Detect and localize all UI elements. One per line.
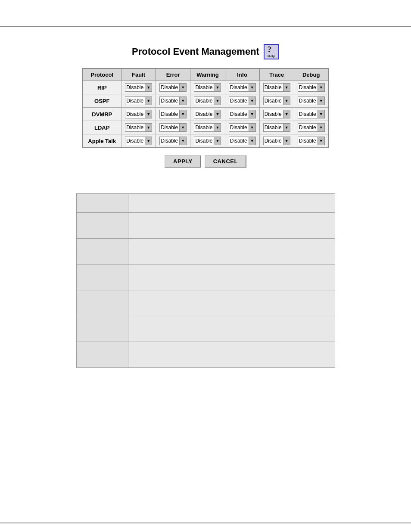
select-appletalk-error[interactable]: DisableEnable <box>160 137 179 144</box>
lower-table <box>76 193 335 368</box>
select-arrow-icon[interactable]: ▼ <box>179 97 186 105</box>
select-arrow-icon[interactable]: ▼ <box>283 84 290 91</box>
cell-rip-debug: DisableEnable▼ <box>294 81 329 94</box>
select-rip-trace[interactable]: DisableEnable <box>264 84 283 91</box>
select-wrap-ldap-warning: DisableEnable▼ <box>194 123 221 132</box>
select-appletalk-info[interactable]: DisableEnable <box>229 137 249 144</box>
select-arrow-icon[interactable]: ▼ <box>145 84 152 91</box>
select-arrow-icon[interactable]: ▼ <box>179 110 186 118</box>
select-dvmrp-trace[interactable]: DisableEnable <box>264 111 283 118</box>
cell-dvmrp-error: DisableEnable▼ <box>156 108 190 121</box>
select-wrap-ospf-error: DisableEnable▼ <box>159 96 187 105</box>
select-ospf-fault[interactable]: DisableEnable <box>125 97 145 104</box>
select-dvmrp-fault[interactable]: DisableEnable <box>125 111 145 118</box>
select-appletalk-warning[interactable]: DisableEnable <box>194 137 214 144</box>
select-wrap-appletalk-trace: DisableEnable▼ <box>263 137 290 145</box>
select-ldap-warning[interactable]: DisableEnable <box>194 124 214 131</box>
select-wrap-appletalk-info: DisableEnable▼ <box>229 137 256 145</box>
select-dvmrp-debug[interactable]: DisableEnable <box>298 111 318 118</box>
apply-button[interactable]: APPLY <box>165 155 201 168</box>
select-wrap-dvmrp-debug: DisableEnable▼ <box>298 110 325 118</box>
select-arrow-icon[interactable]: ▼ <box>318 84 324 91</box>
select-rip-fault[interactable]: DisableEnable <box>125 84 145 91</box>
select-arrow-icon[interactable]: ▼ <box>249 110 255 118</box>
cell-appletalk-error: DisableEnable▼ <box>156 134 190 148</box>
select-ospf-info[interactable]: DisableEnable <box>229 97 249 104</box>
select-arrow-icon[interactable]: ▼ <box>249 137 255 145</box>
select-rip-error[interactable]: DisableEnable <box>160 84 179 91</box>
select-ospf-trace[interactable]: DisableEnable <box>264 97 283 104</box>
select-ldap-info[interactable]: DisableEnable <box>229 124 249 131</box>
proto-name-ospf: OSPF <box>82 94 121 108</box>
select-arrow-icon[interactable]: ▼ <box>318 110 324 118</box>
select-ospf-debug[interactable]: DisableEnable <box>298 97 318 104</box>
cancel-button[interactable]: CANCEL <box>205 155 246 168</box>
cell-dvmrp-warning: DisableEnable▼ <box>190 108 225 121</box>
lower-table-right-cell-5 <box>128 316 335 342</box>
cell-ldap-debug: DisableEnable▼ <box>294 121 329 134</box>
select-ldap-fault[interactable]: DisableEnable <box>125 124 145 131</box>
select-wrap-rip-info: DisableEnable▼ <box>229 83 256 92</box>
select-arrow-icon[interactable]: ▼ <box>249 97 255 105</box>
select-arrow-icon[interactable]: ▼ <box>145 137 152 145</box>
cell-appletalk-warning: DisableEnable▼ <box>190 134 225 148</box>
lower-table-right-cell-2 <box>128 239 335 264</box>
cell-ospf-error: DisableEnable▼ <box>156 94 190 108</box>
lower-table-left-cell-6 <box>76 342 128 368</box>
select-appletalk-debug[interactable]: DisableEnable <box>298 137 318 144</box>
lower-table-left-cell-0 <box>76 194 128 213</box>
select-dvmrp-error[interactable]: DisableEnable <box>160 111 179 118</box>
select-arrow-icon[interactable]: ▼ <box>283 97 290 105</box>
select-ospf-error[interactable]: DisableEnable <box>160 97 179 104</box>
cell-dvmrp-info: DisableEnable▼ <box>225 108 259 121</box>
select-arrow-icon[interactable]: ▼ <box>318 137 324 145</box>
proto-name-dvmrp: DVMRP <box>82 108 121 121</box>
select-arrow-icon[interactable]: ▼ <box>214 124 221 131</box>
col-header-warning: Warning <box>190 68 225 81</box>
select-arrow-icon[interactable]: ▼ <box>179 137 186 145</box>
select-ldap-error[interactable]: DisableEnable <box>160 124 179 131</box>
select-rip-debug[interactable]: DisableEnable <box>298 84 318 91</box>
select-arrow-icon[interactable]: ▼ <box>249 124 255 131</box>
cell-ldap-error: DisableEnable▼ <box>156 121 190 134</box>
col-header-debug: Debug <box>294 68 329 81</box>
select-arrow-icon[interactable]: ▼ <box>318 97 324 105</box>
select-arrow-icon[interactable]: ▼ <box>318 124 324 131</box>
col-header-info: Info <box>225 68 259 81</box>
select-arrow-icon[interactable]: ▼ <box>145 124 152 131</box>
select-arrow-icon[interactable]: ▼ <box>214 137 221 145</box>
select-ldap-debug[interactable]: DisableEnable <box>298 124 318 131</box>
bottom-divider <box>0 523 411 523</box>
select-arrow-icon[interactable]: ▼ <box>145 97 152 105</box>
select-wrap-dvmrp-error: DisableEnable▼ <box>159 110 187 118</box>
select-arrow-icon[interactable]: ▼ <box>249 84 255 91</box>
cell-appletalk-trace: DisableEnable▼ <box>259 134 294 148</box>
cell-dvmrp-trace: DisableEnable▼ <box>259 108 294 121</box>
cell-ldap-warning: DisableEnable▼ <box>190 121 225 134</box>
col-header-error: Error <box>156 68 190 81</box>
select-arrow-icon[interactable]: ▼ <box>283 137 290 145</box>
select-arrow-icon[interactable]: ▼ <box>214 84 221 91</box>
select-arrow-icon[interactable]: ▼ <box>179 84 186 91</box>
help-button[interactable]: ? Help <box>264 44 279 59</box>
select-wrap-appletalk-warning: DisableEnable▼ <box>194 137 221 145</box>
select-arrow-icon[interactable]: ▼ <box>283 110 290 118</box>
lower-table-right-cell-6 <box>128 342 335 368</box>
page-title-row: Protocol Event Management ? Help <box>132 44 279 59</box>
select-arrow-icon[interactable]: ▼ <box>214 110 221 118</box>
select-dvmrp-info[interactable]: DisableEnable <box>229 111 249 118</box>
select-wrap-ospf-warning: DisableEnable▼ <box>194 96 221 105</box>
select-dvmrp-warning[interactable]: DisableEnable <box>194 111 214 118</box>
cell-ldap-trace: DisableEnable▼ <box>259 121 294 134</box>
select-arrow-icon[interactable]: ▼ <box>179 124 186 131</box>
select-arrow-icon[interactable]: ▼ <box>214 97 221 105</box>
select-ospf-warning[interactable]: DisableEnable <box>194 97 214 104</box>
cell-dvmrp-debug: DisableEnable▼ <box>294 108 329 121</box>
select-appletalk-trace[interactable]: DisableEnable <box>264 137 283 144</box>
select-ldap-trace[interactable]: DisableEnable <box>264 124 283 131</box>
select-arrow-icon[interactable]: ▼ <box>283 124 290 131</box>
select-appletalk-fault[interactable]: DisableEnable <box>125 137 145 144</box>
select-rip-warning[interactable]: DisableEnable <box>194 84 214 91</box>
select-arrow-icon[interactable]: ▼ <box>145 110 152 118</box>
select-rip-info[interactable]: DisableEnable <box>229 84 249 91</box>
